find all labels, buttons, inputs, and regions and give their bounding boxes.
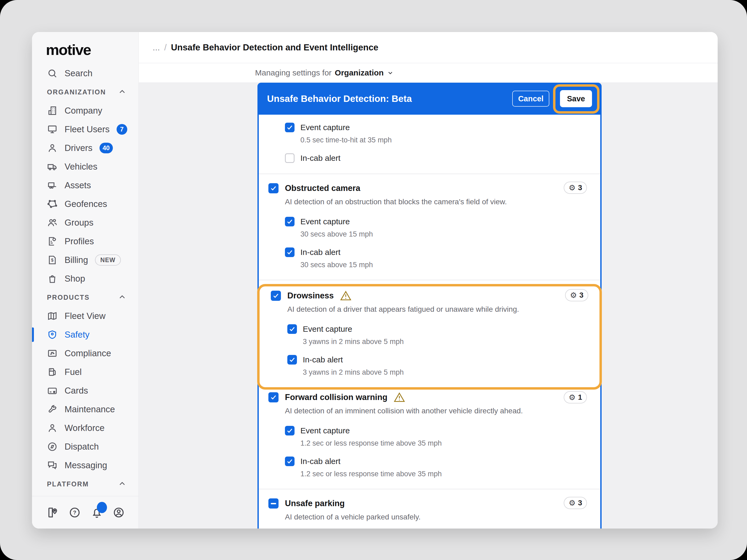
truck-icon <box>47 161 58 172</box>
option-detail: 3 yawns in 2 mins above 5 mph <box>303 338 590 346</box>
count-badge: 40 <box>100 143 113 153</box>
sidebar-item-label: Messaging <box>65 460 107 471</box>
sidebar-item-safety[interactable]: Safety <box>32 325 138 344</box>
settings-count-pill[interactable]: ⚙ 1 <box>564 391 587 403</box>
breadcrumb-separator: / <box>164 43 167 53</box>
event-capture-row: Event capture <box>285 426 591 435</box>
breadcrumb: ... / Unsafe Behavior Detection and Even… <box>139 32 718 63</box>
behavior-title: Obstructed camera <box>285 184 360 193</box>
scope-prefix: Managing settings for <box>255 68 332 77</box>
settings-count-pill[interactable]: ⚙ 3 <box>565 289 588 301</box>
sidebar-item-fleet-view[interactable]: Fleet View <box>32 306 138 325</box>
sidebar-item-dispatch[interactable]: Dispatch <box>32 437 138 456</box>
chevron-down-icon[interactable] <box>386 69 394 77</box>
sidebar-item-label: Company <box>65 106 102 116</box>
sidebar-item-label: Safety <box>65 329 89 340</box>
behavior-title: Drowsiness <box>287 291 334 300</box>
sidebar-item-assets[interactable]: Assets <box>32 176 138 195</box>
behavior-checkbox[interactable] <box>271 291 281 301</box>
panel-header: Unsafe Behavior Detection: Beta Cancel S… <box>257 83 601 115</box>
sidebar-section-organization[interactable]: ORGANIZATION <box>32 83 138 101</box>
option-label: In-cab alert <box>301 457 340 466</box>
cancel-button[interactable]: Cancel <box>512 91 549 107</box>
behavior-description: AI detection of an obstruction that bloc… <box>285 197 591 206</box>
sidebar-item-label: Compliance <box>65 348 111 358</box>
sidebar-item-vehicles[interactable]: Vehicles <box>32 157 138 176</box>
behavior-description: AI detection of a vehicle parked unsafel… <box>285 513 591 521</box>
chevron-up-icon <box>118 479 127 488</box>
in-cab-alert-checkbox[interactable] <box>285 247 294 257</box>
save-button[interactable]: Save <box>560 90 592 107</box>
breadcrumb-collapsed[interactable]: ... <box>153 43 160 53</box>
in-cab-alert-checkbox[interactable] <box>285 456 294 466</box>
in-cab-alert-row: In-cab alert <box>287 355 590 365</box>
warning-triangle-icon <box>340 291 351 301</box>
notifications-bell-icon[interactable] <box>91 507 103 518</box>
sidebar-item-messaging[interactable]: Messaging <box>32 456 138 475</box>
sidebar-item-search[interactable]: Search <box>32 64 138 83</box>
sidebar-item-label: Shop <box>65 274 85 284</box>
sidebar-item-fuel[interactable]: Fuel <box>32 363 138 381</box>
option-detail: 1.2 sec or less response time above 35 m… <box>301 470 591 478</box>
option-detail: 1.2 sec or less response time above 35 m… <box>301 439 591 448</box>
in-cab-alert-checkbox[interactable] <box>285 153 294 163</box>
gear-icon: ⚙ <box>568 499 575 507</box>
in-cab-alert-checkbox[interactable] <box>287 355 297 365</box>
shield-icon <box>47 329 58 340</box>
option-label: In-cab alert <box>301 154 340 163</box>
sidebar-item-label: Search <box>65 68 93 78</box>
sidebar-item-shop[interactable]: Shop <box>32 269 138 288</box>
sidebar-item-workforce[interactable]: Workforce <box>32 419 138 437</box>
option-detail: 30 secs above 15 mph <box>301 261 591 269</box>
panel-body: Event capture 0.5 sec time-to-hit at 35 … <box>257 115 601 529</box>
event-capture-checkbox[interactable] <box>285 123 294 132</box>
behavior-title: Forward collision warning <box>285 393 387 402</box>
behavior-checkbox[interactable] <box>268 392 279 402</box>
sidebar-item-compliance[interactable]: Compliance <box>32 344 138 363</box>
event-capture-row: Event capture <box>287 324 590 334</box>
sidebar-item-maintenance[interactable]: Maintenance <box>32 400 138 419</box>
section-header-label: PRODUCTS <box>47 294 118 301</box>
sidebar: motive Search ORGANIZATION Company <box>32 32 139 529</box>
sidebar-item-label: Billing <box>65 255 88 265</box>
sidebar-item-drivers[interactable]: Drivers 40 <box>32 139 138 157</box>
event-capture-checkbox[interactable] <box>287 324 297 334</box>
option-detail: 30 secs above 15 mph <box>301 230 591 238</box>
sidebar-item-label: Fuel <box>65 367 82 377</box>
option-label: In-cab alert <box>301 248 340 257</box>
warning-triangle-icon <box>394 392 405 402</box>
sidebar-item-billing[interactable]: $ Billing NEW <box>32 251 138 269</box>
chevron-up-icon <box>118 293 127 302</box>
sidebar-section-products[interactable]: PRODUCTS <box>32 288 138 306</box>
behavior-checkbox[interactable] <box>268 183 279 193</box>
option-label: Event capture <box>301 217 350 226</box>
option-label: In-cab alert <box>303 355 343 364</box>
sidebar-item-profiles[interactable]: Profiles <box>32 232 138 251</box>
help-icon[interactable]: ? <box>69 507 81 518</box>
sidebar-item-company[interactable]: Company <box>32 101 138 120</box>
event-capture-checkbox[interactable] <box>285 217 294 226</box>
guide-icon[interactable] <box>47 507 59 518</box>
settings-count-pill[interactable]: ⚙ 3 <box>564 182 587 194</box>
scope-value[interactable]: Organization <box>335 68 384 77</box>
option-detail: 0.5 sec time-to-hit at 35 mph <box>301 136 591 144</box>
event-capture-checkbox[interactable] <box>285 426 294 435</box>
behavior-checkbox-indeterminate[interactable] <box>268 499 279 509</box>
notification-dot <box>97 502 107 513</box>
in-cab-alert-row: In-cab alert <box>285 153 591 163</box>
settings-count-pill[interactable]: ⚙ 3 <box>564 497 587 509</box>
option-label: Event capture <box>303 324 352 334</box>
sidebar-section-platform[interactable]: PLATFORM <box>32 475 138 494</box>
section-header-label: PLATFORM <box>47 480 118 488</box>
sidebar-item-geofences[interactable]: Geofences <box>32 195 138 213</box>
sidebar-item-label: Geofences <box>65 199 107 209</box>
shopping-bag-icon <box>47 273 58 284</box>
gear-icon: ⚙ <box>568 184 575 192</box>
section-header-label: ORGANIZATION <box>47 88 118 96</box>
sidebar-item-groups[interactable]: Groups <box>32 213 138 232</box>
sidebar-item-fleet-users[interactable]: Fleet Users 7 <box>32 120 138 139</box>
dispatch-icon <box>47 441 58 452</box>
sidebar-item-label: Fleet Users <box>65 124 110 134</box>
account-icon[interactable] <box>113 507 125 518</box>
sidebar-item-cards[interactable]: Cards <box>32 381 138 400</box>
